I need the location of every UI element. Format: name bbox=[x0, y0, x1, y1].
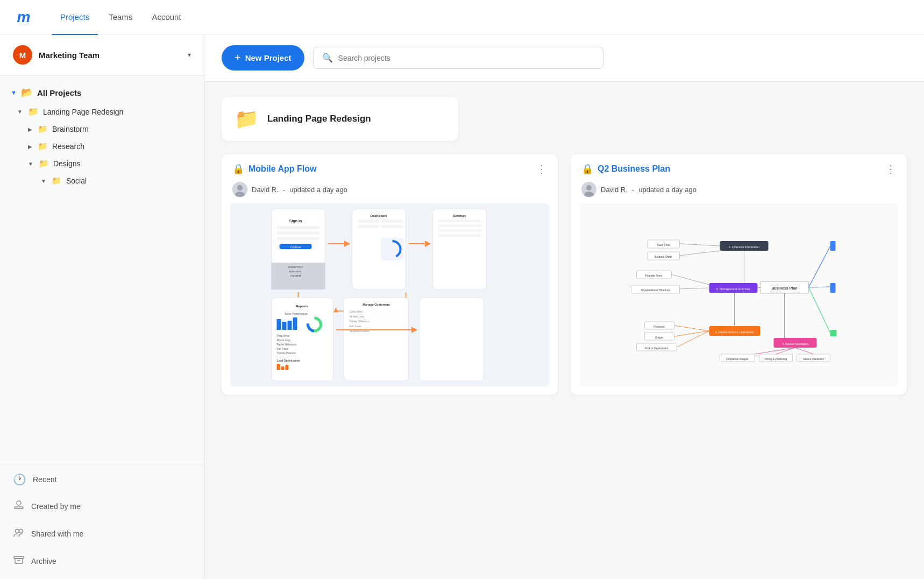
svg-text:Budget: Budget bbox=[655, 336, 663, 339]
designs-label: Designs bbox=[53, 159, 81, 168]
svg-point-8 bbox=[237, 185, 243, 190]
social-icon: 📁 bbox=[52, 176, 62, 186]
svg-rect-34 bbox=[438, 224, 481, 227]
svg-text:Personnel: Personnel bbox=[653, 326, 664, 328]
lock-icon-q2: 🔒 bbox=[581, 163, 593, 175]
nav-item-created-by-me[interactable]: Created by me bbox=[0, 492, 204, 520]
svg-text:Cash Flow: Cash Flow bbox=[657, 243, 670, 246]
svg-rect-43 bbox=[293, 317, 297, 330]
app-logo: m bbox=[13, 6, 34, 28]
svg-text:Rachel Williamson: Rachel Williamson bbox=[277, 343, 297, 346]
landing-folder-icon: 📁 bbox=[28, 107, 39, 117]
search-icon: 🔍 bbox=[322, 53, 333, 63]
svg-text:ASDFGHJKL: ASDFGHJKL bbox=[289, 270, 302, 273]
created-by-me-label: Created by me bbox=[31, 502, 81, 511]
author-updated-q2: updated a day ago bbox=[638, 186, 696, 194]
svg-line-117 bbox=[674, 326, 709, 331]
sidebar-nav: 🕐 Recent Created by me bbox=[0, 457, 204, 579]
top-nav: m Projects Teams Account bbox=[0, 0, 924, 34]
mobile-app-flow-title[interactable]: Mobile App Flow bbox=[248, 164, 536, 174]
author-updated-mobile: updated a day ago bbox=[289, 186, 347, 194]
svg-rect-25 bbox=[358, 220, 379, 223]
brainstorm-chevron: ▶ bbox=[28, 126, 32, 132]
author-name-q2: David R. bbox=[601, 186, 628, 194]
all-projects-icon: 📂 bbox=[21, 87, 33, 98]
svg-line-110 bbox=[795, 348, 814, 354]
svg-rect-75 bbox=[830, 283, 836, 293]
team-dropdown-chevron[interactable]: ▾ bbox=[188, 51, 191, 59]
tab-account[interactable]: Account bbox=[143, 8, 189, 26]
brainstorm-label: Brainstorm bbox=[52, 125, 89, 133]
svg-text:Pricing & Positioning: Pricing & Positioning bbox=[765, 358, 787, 361]
svg-text:Sign In: Sign In bbox=[289, 219, 302, 223]
tree-item-social[interactable]: ▼ 📁 Social bbox=[0, 172, 204, 189]
svg-text:Business Plan: Business Plan bbox=[772, 286, 798, 290]
svg-text:Founder Story: Founder Story bbox=[645, 274, 663, 277]
svg-text:Philip White: Philip White bbox=[277, 335, 290, 337]
q2-business-plan-title[interactable]: Q2 Business Plan bbox=[598, 164, 885, 174]
more-button-mobile[interactable]: ⋮ bbox=[536, 163, 547, 175]
svg-text:Karl Turner: Karl Turner bbox=[350, 325, 362, 328]
nav-item-archive[interactable]: Archive bbox=[0, 547, 204, 575]
folder-card-landing[interactable]: 📁 Landing Page Redesign bbox=[222, 97, 458, 141]
main-layout: M Marketing Team ▾ ▼ 📂 All Projects ▼ 📁 … bbox=[0, 34, 924, 579]
search-input[interactable] bbox=[338, 54, 594, 62]
team-header: M Marketing Team ▾ bbox=[0, 34, 204, 76]
sidebar: M Marketing Team ▾ ▼ 📂 All Projects ▼ 📁 … bbox=[0, 34, 204, 579]
new-project-label: New Project bbox=[245, 53, 292, 62]
all-projects-label: All Projects bbox=[37, 88, 82, 97]
tab-projects[interactable]: Projects bbox=[52, 8, 98, 26]
svg-text:Stanley Williamson: Stanley Williamson bbox=[350, 320, 371, 323]
landing-label: Landing Page Redesign bbox=[43, 108, 123, 116]
card-header-mobile: 🔒 Mobile App Flow ⋮ bbox=[222, 154, 558, 182]
svg-rect-33 bbox=[438, 220, 481, 222]
tree-item-brainstorm[interactable]: ▶ 📁 Brainstorm bbox=[0, 121, 204, 138]
svg-text:Balance Sheet: Balance Sheet bbox=[655, 255, 672, 258]
svg-point-2 bbox=[16, 529, 19, 533]
more-button-q2[interactable]: ⋮ bbox=[885, 163, 896, 175]
svg-rect-42 bbox=[288, 321, 292, 330]
svg-text:7. Financial Information: 7. Financial Information bbox=[729, 245, 759, 249]
svg-text:QWERTYUIOP: QWERTYUIOP bbox=[288, 266, 303, 269]
mindmap-preview: Business Plan 5. Management Summary bbox=[579, 203, 898, 386]
svg-point-68 bbox=[586, 185, 592, 190]
svg-line-108 bbox=[755, 348, 795, 354]
author-separator-q2: - bbox=[632, 186, 634, 194]
shared-with-me-label: Shared with me bbox=[31, 529, 83, 538]
svg-text:Karl Turner: Karl Turner bbox=[277, 348, 289, 350]
svg-rect-53 bbox=[281, 366, 285, 370]
svg-text:Dashboard: Dashboard bbox=[371, 214, 388, 217]
tab-teams[interactable]: Teams bbox=[100, 8, 141, 26]
team-name: Marketing Team bbox=[39, 51, 181, 60]
svg-rect-73 bbox=[830, 241, 836, 251]
project-card-mobile-app-flow: 🔒 Mobile App Flow ⋮ David R. bbox=[222, 154, 558, 395]
svg-line-72 bbox=[809, 246, 830, 287]
svg-text:Lead Optimization: Lead Optimization bbox=[277, 359, 300, 362]
tree-item-research[interactable]: ▶ 📁 Research bbox=[0, 138, 204, 155]
svg-text:Product Development: Product Development bbox=[645, 347, 669, 350]
author-name-mobile: David R. bbox=[252, 186, 279, 194]
logo-letter: m bbox=[17, 9, 31, 26]
project-card-q2-business-plan: 🔒 Q2 Business Plan ⋮ David R. bbox=[571, 154, 907, 395]
tree-item-landing-page[interactable]: ▼ 📁 Landing Page Redesign bbox=[0, 103, 204, 121]
shared-with-me-icon bbox=[13, 526, 25, 541]
svg-rect-52 bbox=[277, 364, 280, 370]
new-project-button[interactable]: + New Project bbox=[222, 45, 304, 70]
social-label: Social bbox=[66, 176, 87, 185]
tree-item-designs[interactable]: ▼ 📁 Designs bbox=[0, 155, 204, 172]
content-header: + New Project 🔍 bbox=[204, 34, 924, 82]
mobile-preview: Sign In Continue QWERTYUIOP ASDFGHJKL bbox=[230, 203, 549, 386]
svg-rect-41 bbox=[282, 322, 287, 330]
nav-item-shared-with-me[interactable]: Shared with me bbox=[0, 520, 204, 547]
svg-rect-12 bbox=[277, 226, 320, 229]
svg-text:Continue: Continue bbox=[290, 245, 301, 249]
projects-row: 🔒 Mobile App Flow ⋮ David R. bbox=[222, 154, 907, 395]
svg-rect-27 bbox=[358, 225, 379, 228]
all-projects-header[interactable]: ▼ 📂 All Projects bbox=[0, 82, 204, 103]
nav-item-recent[interactable]: 🕐 Recent bbox=[0, 467, 204, 492]
svg-line-76 bbox=[809, 287, 830, 333]
svg-rect-36 bbox=[438, 234, 481, 237]
research-icon: 📁 bbox=[38, 142, 48, 151]
research-label: Research bbox=[52, 142, 84, 151]
landing-chevron: ▼ bbox=[17, 109, 23, 115]
